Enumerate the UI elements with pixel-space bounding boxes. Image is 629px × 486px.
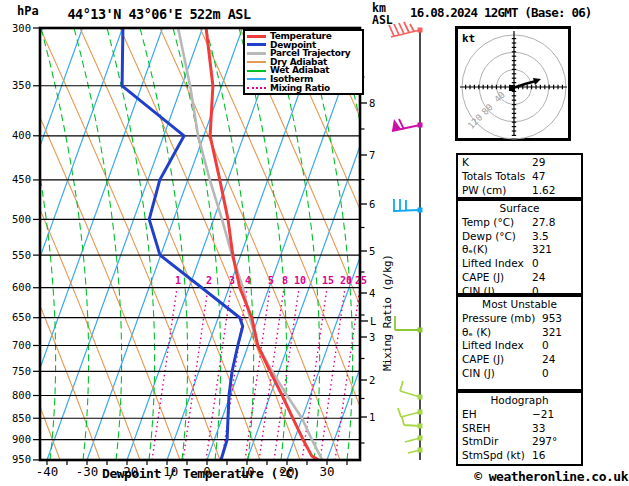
wind-barb — [393, 199, 423, 213]
legend-line-sample — [247, 78, 266, 80]
panel-row: Dewp (°C)3.5 — [458, 230, 581, 244]
svg-text:300: 300 — [12, 22, 31, 34]
svg-text:650: 650 — [12, 311, 31, 323]
panel-row-value: 321 — [532, 243, 552, 257]
legend-line-sample — [247, 87, 266, 89]
panel-row-label: CIN (J) — [462, 367, 495, 379]
panel-row-value: 27.8 — [532, 216, 555, 230]
panel-row: CAPE (J)24 — [458, 353, 581, 367]
svg-text:750: 750 — [12, 365, 31, 377]
panel-row: θₑ(K)321 — [458, 243, 581, 257]
svg-text:1: 1 — [369, 411, 375, 423]
panel-row: StmDir297° — [458, 435, 581, 449]
x-axis-title: Dewpoint / Temperature (°C) — [40, 466, 362, 481]
panel-indices: K29Totals Totals47PW (cm)1.62 — [456, 153, 583, 199]
panel-row: CIN (J)0 — [458, 367, 581, 381]
svg-text:350: 350 — [12, 79, 31, 91]
panel-row: K29 — [458, 156, 581, 170]
panel-row: Lifted Index0 — [458, 257, 581, 271]
panel-row: θₑ (K)321 — [458, 326, 581, 340]
panel-title: Surface — [458, 202, 581, 216]
svg-text:1: 1 — [175, 275, 181, 286]
svg-text:8: 8 — [369, 97, 375, 109]
panel-row: Pressure (mb)953 — [458, 312, 581, 326]
panel-row: SREH33 — [458, 422, 581, 436]
wind-barb — [398, 408, 423, 417]
panel-row-label: Lifted Index — [462, 257, 524, 269]
svg-text:2: 2 — [206, 275, 212, 286]
svg-text:7: 7 — [369, 149, 375, 161]
svg-text:6: 6 — [369, 198, 375, 210]
legend-item-label: Mixing Ratio — [270, 84, 330, 93]
panel-most-unstable: Most UnstablePressure (mb)953θₑ (K)321Li… — [456, 295, 583, 391]
panel-row-label: CAPE (J) — [462, 271, 504, 283]
svg-text:700: 700 — [12, 339, 31, 351]
panel-title: Most Unstable — [458, 298, 581, 312]
panel-row-value: 33 — [532, 422, 545, 436]
panel-row: CAPE (J)24 — [458, 271, 581, 285]
svg-text:3: 3 — [229, 275, 235, 286]
svg-text:500: 500 — [12, 213, 31, 225]
panel-title: Hodograph — [458, 394, 581, 408]
panel-row-label: PW (cm) — [462, 184, 506, 196]
svg-text:5: 5 — [369, 245, 375, 257]
panel-row-label: Dewp (°C) — [462, 230, 516, 242]
panel-row-value: 321 — [542, 326, 562, 340]
panel-row: Totals Totals47 — [458, 170, 581, 184]
legend-line-sample — [247, 35, 266, 38]
legend-line-sample — [247, 43, 266, 46]
svg-text:950: 950 — [12, 453, 31, 465]
wind-barb — [400, 381, 423, 400]
svg-text:600: 600 — [12, 281, 31, 293]
credit-link[interactable]: © weatheronline.co.uk — [474, 469, 628, 484]
legend: TemperatureDewpointParcel TrajectoryDry … — [243, 29, 364, 95]
legend-line-sample — [247, 70, 266, 72]
svg-text:8: 8 — [282, 275, 288, 286]
panel-row-value: 24 — [532, 271, 545, 285]
mixing-ratio-axis-label: Mixing Ratio (g/kg) — [381, 231, 394, 371]
panel-row-label: Lifted Index — [462, 339, 524, 351]
wind-barb — [408, 448, 423, 454]
svg-text:550: 550 — [12, 249, 31, 261]
panel-row-label: Pressure (mb) — [462, 312, 535, 324]
panel-row-value: 0 — [542, 367, 549, 381]
panel-row-value: −21 — [532, 408, 554, 422]
wind-barb — [395, 316, 423, 333]
panel-row-value: 3.5 — [532, 230, 549, 244]
panel-row-value: 1.62 — [532, 184, 555, 198]
wind-barb — [389, 22, 423, 37]
panel-row-value: 953 — [542, 312, 562, 326]
svg-text:400: 400 — [12, 129, 31, 141]
panel-row-label: K — [462, 156, 469, 168]
panel-hodograph-stats: HodographEH−21SREH33StmDir297°StmSpd (kt… — [456, 391, 583, 466]
panel-row: Temp (°C)27.8 — [458, 216, 581, 230]
svg-text:450: 450 — [12, 173, 31, 185]
legend-line-sample — [247, 61, 266, 63]
svg-text:800: 800 — [12, 389, 31, 401]
panel-row-value: 29 — [532, 156, 545, 170]
hodograph-unit-label: kt — [462, 32, 475, 45]
svg-text:3: 3 — [369, 331, 375, 343]
hodograph: 4080120kt — [455, 26, 577, 144]
panel-row-value: 47 — [532, 170, 545, 184]
mixing-ratio-labels: 12345810152025 — [175, 275, 367, 286]
panel-row-label: θₑ (K) — [462, 326, 491, 338]
panel-row-label: StmDir — [462, 435, 498, 447]
lcl-marker-label: L — [370, 315, 376, 327]
panel-row-label: Totals Totals — [462, 170, 525, 182]
svg-text:10: 10 — [294, 275, 306, 286]
panel-row-value: 24 — [542, 353, 555, 367]
svg-text:2: 2 — [369, 374, 375, 386]
panel-row-label: Temp (°C) — [462, 216, 514, 228]
panel-surface: SurfaceTemp (°C)27.8Dewp (°C)3.5θₑ(K)321… — [456, 199, 583, 295]
panel-row-label: EH — [462, 408, 477, 420]
panel-row-label: CAPE (J) — [462, 353, 504, 365]
panel-row-value: 0 — [542, 339, 549, 353]
legend-item: Mixing Ratio — [247, 84, 362, 93]
panel-row: Lifted Index0 — [458, 339, 581, 353]
svg-text:5: 5 — [268, 275, 274, 286]
panel-row-label: SREH — [462, 422, 491, 434]
panel-row: PW (cm)1.62 — [458, 184, 581, 198]
panel-row-label: StmSpd (kt) — [462, 449, 525, 461]
svg-text:15: 15 — [322, 275, 334, 286]
